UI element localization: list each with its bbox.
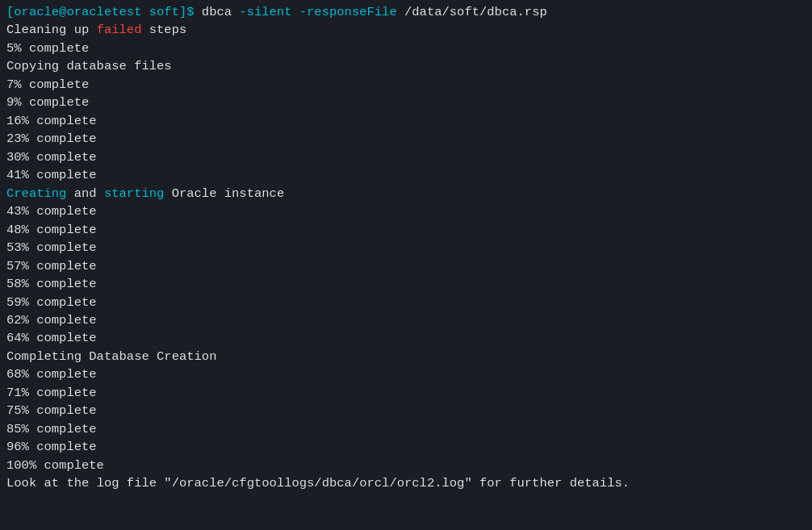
terminal-text: [oracle@oracletest soft]$ (6, 5, 202, 19)
terminal-text: and (66, 186, 104, 201)
terminal-line: Look at the log file "/oracle/cfgtoollog… (6, 474, 806, 492)
terminal-text: 23% complete (6, 131, 97, 146)
terminal-text: dbca (202, 5, 240, 19)
terminal-text: 41% complete (6, 168, 97, 182)
terminal-line: 30% complete (6, 148, 806, 166)
terminal-text: 62% complete (6, 313, 97, 328)
terminal-line: 62% complete (6, 311, 806, 329)
terminal-text: 71% complete (6, 386, 97, 400)
terminal-line: 16% complete (6, 112, 806, 130)
terminal-line: 57% complete (6, 257, 806, 275)
terminal-text: 100% complete (6, 458, 104, 473)
terminal-text: 59% complete (6, 295, 97, 310)
terminal-line: 64% complete (6, 329, 806, 347)
terminal-line: 75% complete (6, 402, 806, 419)
terminal-line: 58% complete (6, 275, 806, 293)
terminal-line: 68% complete (6, 365, 806, 383)
terminal-text: Cleaning up (6, 23, 97, 37)
terminal-line: Cleaning up failed steps (6, 21, 806, 39)
terminal-line: Copying database files (6, 57, 806, 75)
terminal-text: 7% complete (6, 77, 89, 92)
terminal-text: Look at (6, 476, 66, 490)
terminal-line: 43% complete (6, 202, 806, 220)
terminal-line: 96% complete (6, 438, 806, 456)
terminal-line: 100% complete (6, 457, 806, 474)
terminal-text: -silent -responseFile (239, 5, 396, 19)
terminal-text: 48% complete (6, 223, 97, 237)
terminal-text: starting (104, 186, 164, 201)
terminal-text: 30% complete (6, 150, 97, 165)
terminal-text: 58% complete (6, 277, 97, 291)
terminal-text: 16% complete (6, 114, 97, 128)
terminal-line: 9% complete (6, 94, 806, 111)
terminal-line: Completing Database Creation (6, 348, 806, 365)
terminal-line: 7% complete (6, 76, 806, 94)
terminal-text: steps (141, 23, 186, 37)
terminal-text: the (66, 476, 89, 490)
terminal-line: Creating and starting Oracle instance (6, 185, 806, 202)
terminal-text: 75% complete (6, 403, 97, 418)
terminal-line: 48% complete (6, 221, 806, 239)
terminal-text: Creating (6, 186, 66, 201)
terminal-text: /data/soft/dbca.rsp (397, 5, 547, 19)
terminal-text: 5% complete (6, 41, 89, 56)
terminal-text: 68% complete (6, 367, 97, 382)
terminal-text: 64% complete (6, 331, 97, 345)
terminal-text: 43% complete (6, 204, 97, 219)
terminal-line: 59% complete (6, 294, 806, 311)
terminal-line: 5% complete (6, 40, 806, 57)
terminal-text: 9% complete (6, 95, 89, 110)
terminal-window: [oracle@oracletest soft]$ dbca -silent -… (0, 0, 812, 530)
terminal-line: 41% complete (6, 166, 806, 184)
terminal-text: Oracle instance (164, 186, 284, 201)
terminal-text: 53% complete (6, 240, 97, 255)
terminal-line: 53% complete (6, 239, 806, 257)
terminal-line: 23% complete (6, 130, 806, 148)
terminal-text: Copying database files (6, 59, 172, 73)
terminal-text: 57% complete (6, 259, 97, 273)
terminal-text: 85% complete (6, 422, 97, 436)
terminal-line: [oracle@oracletest soft]$ dbca -silent -… (6, 3, 806, 21)
terminal-text: failed (97, 23, 142, 37)
terminal-text: log file "/oracle/cfgtoollogs/dbca/orcl/… (89, 476, 630, 490)
terminal-text: Completing Database Creation (6, 349, 216, 364)
terminal-line: 85% complete (6, 420, 806, 438)
terminal-text: 96% complete (6, 440, 97, 454)
terminal-line: 71% complete (6, 384, 806, 402)
